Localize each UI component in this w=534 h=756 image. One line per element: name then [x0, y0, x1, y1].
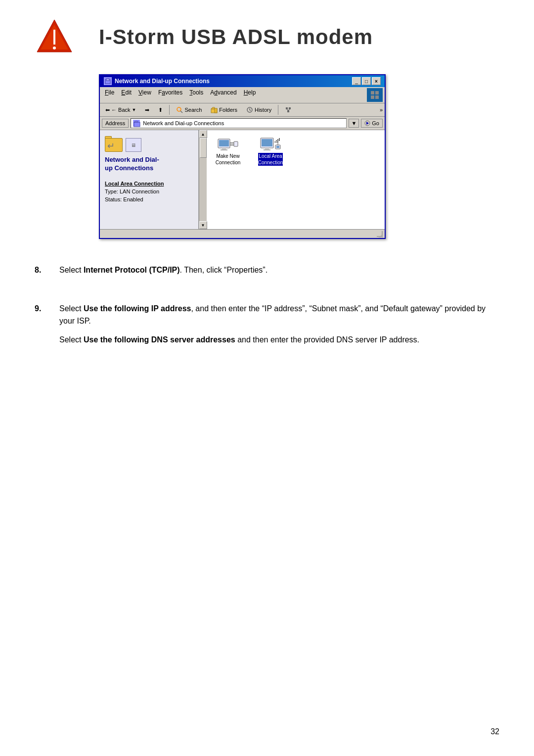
svg-line-11 — [180, 111, 182, 113]
menu-tools[interactable]: Tools — [186, 88, 206, 102]
step-9: 9. Select Use the following IP address, … — [35, 302, 499, 352]
svg-rect-21 — [134, 122, 140, 127]
svg-point-10 — [177, 107, 181, 111]
folders-icon — [211, 106, 218, 113]
page-header: I-Storm USB ADSL modem — [0, 0, 534, 69]
up-button[interactable]: ⬆ — [155, 105, 166, 115]
local-area-connection-icon[interactable]: Local AreaConnection — [253, 134, 288, 166]
menu-advanced[interactable]: Advanced — [207, 88, 239, 102]
back-dropdown-icon: ▼ — [132, 107, 136, 112]
dialog-title: Network and Dial-up Connections — [115, 78, 210, 85]
svg-line-19 — [287, 109, 288, 110]
icons-area: Make NewConnection — [207, 130, 385, 229]
menu-view[interactable]: View — [135, 88, 154, 102]
svg-line-20 — [288, 109, 290, 110]
toolbar-chevron[interactable]: » — [380, 107, 383, 113]
svg-marker-13 — [211, 107, 215, 109]
step-8-text: Select Internet Protocol (TCP/IP). Then,… — [59, 264, 499, 277]
step-9-text-2: Select Use the following DNS server addr… — [59, 333, 499, 346]
go-button[interactable]: Go — [361, 119, 383, 128]
svg-rect-17 — [289, 107, 291, 109]
menu-edit[interactable]: Edit — [118, 88, 134, 102]
step-8-after: . Then, click “Properties”. — [180, 266, 268, 274]
panel-connection-label: Local Area Connection — [105, 181, 193, 187]
forward-arrow-icon: ➡ — [145, 107, 149, 113]
step-8-bold: Internet Protocol (TCP/IP) — [84, 266, 180, 274]
forward-button[interactable]: ➡ — [141, 105, 153, 115]
dialog-container: Network and Dial-up Connections _ □ × Fi… — [99, 74, 504, 239]
network-connections-dialog: Network and Dial-up Connections _ □ × Fi… — [99, 74, 386, 239]
svg-rect-38 — [276, 146, 279, 148]
titlebar-icon — [104, 77, 112, 85]
svg-rect-6 — [371, 91, 374, 94]
svg-marker-24 — [366, 122, 369, 125]
history-icon — [246, 106, 253, 113]
svg-rect-16 — [286, 107, 288, 109]
svg-line-45 — [382, 237, 383, 238]
search-icon — [176, 106, 183, 113]
address-input[interactable]: Network and Dial-up Connections — [131, 118, 347, 128]
brand-logo — [35, 17, 74, 57]
address-label: Address — [102, 119, 129, 128]
resize-handle[interactable] — [377, 231, 383, 237]
step-8: 8. Select Internet Protocol (TCP/IP). Th… — [35, 264, 499, 283]
step-9-bold-2: Use the following DNS server addresses — [84, 335, 235, 344]
address-folder-icon — [133, 120, 140, 127]
toolbar: ⬅ ← Back ▼ ➡ ⬆ Search Folders History — [100, 103, 385, 117]
left-panel-wrapper: ↵ 🖥 Network and Dial-up Connections Loca… — [100, 130, 207, 229]
instructions-section: 8. Select Internet Protocol (TCP/IP). Th… — [0, 254, 534, 386]
step-9-after-2: and then enter the provided DNS server I… — [235, 335, 419, 344]
toolbar-separator-2 — [278, 105, 278, 115]
scrollbar[interactable]: ▲ ▼ — [199, 130, 207, 229]
local-area-connection-label: Local AreaConnection — [258, 153, 283, 166]
address-dropdown[interactable]: ▼ — [349, 119, 359, 128]
step-9-content: Select Use the following IP address, and… — [59, 302, 499, 352]
local-area-connection-icon-svg — [260, 134, 281, 153]
step-8-content: Select Internet Protocol (TCP/IP). Then,… — [59, 264, 499, 283]
step-8-before: Select — [59, 266, 84, 274]
window-controls: _ □ × — [352, 77, 381, 85]
svg-marker-22 — [134, 121, 137, 122]
network-icon — [285, 106, 292, 113]
svg-rect-27 — [222, 148, 226, 149]
panel-status-label: Status: Enabled — [105, 196, 193, 202]
maximize-button[interactable]: □ — [362, 77, 371, 85]
go-arrow-icon — [364, 120, 370, 126]
menu-bar: File Edit View Favorites Tools Advanced … — [100, 87, 385, 103]
make-new-connection-icon[interactable]: Make NewConnection — [211, 134, 245, 166]
menu-file[interactable]: File — [102, 88, 117, 102]
svg-rect-18 — [287, 110, 289, 112]
menu-favorites[interactable]: Favorites — [155, 88, 185, 102]
scroll-track[interactable] — [199, 138, 207, 221]
search-button[interactable]: Search — [173, 105, 205, 115]
scroll-up-button[interactable]: ▲ — [199, 130, 207, 138]
folder-arrow-icon: ↵ — [107, 141, 115, 151]
back-button[interactable]: ⬅ ← Back ▼ — [102, 105, 139, 115]
folder-icon-1: ↵ — [105, 136, 123, 152]
svg-rect-26 — [219, 140, 229, 146]
folders-button[interactable]: Folders — [207, 105, 241, 115]
step-8-number: 8. — [35, 264, 49, 283]
make-new-connection-icon-svg — [217, 134, 239, 153]
svg-rect-28 — [221, 149, 227, 150]
logo-area — [30, 15, 79, 59]
up-arrow-icon: ⬆ — [158, 107, 163, 113]
svg-rect-9 — [375, 95, 379, 99]
menu-help[interactable]: Help — [241, 88, 259, 102]
toolbar-more-button[interactable] — [281, 105, 295, 115]
svg-rect-14 — [215, 108, 217, 113]
svg-rect-34 — [265, 148, 269, 149]
resize-icon — [377, 232, 383, 238]
scroll-thumb[interactable] — [200, 138, 207, 158]
screen-icon: 🖥 — [131, 142, 136, 148]
close-button[interactable]: × — [372, 77, 381, 85]
scroll-down-button[interactable]: ▼ — [199, 221, 207, 229]
history-button[interactable]: History — [243, 105, 275, 115]
dialog-titlebar: Network and Dial-up Connections _ □ × — [100, 75, 385, 87]
make-new-connection-label: Make NewConnection — [216, 153, 241, 166]
step-9-before-2: Select — [59, 335, 84, 344]
minimize-button[interactable]: _ — [352, 77, 361, 85]
svg-rect-7 — [375, 91, 379, 94]
page-number: 32 — [490, 727, 499, 736]
dialog-content: ↵ 🖥 Network and Dial-up Connections Loca… — [100, 130, 385, 229]
